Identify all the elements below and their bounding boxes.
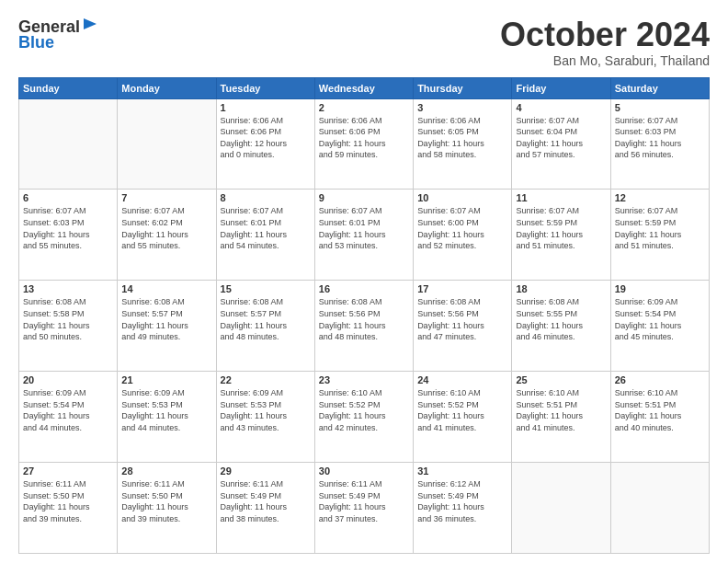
day-number: 31 — [417, 465, 507, 477]
logo: General Blue — [18, 17, 102, 52]
calendar-cell: 12Sunrise: 6:07 AM Sunset: 5:59 PM Dayli… — [610, 190, 709, 281]
day-info: Sunrise: 6:07 AM Sunset: 5:59 PM Dayligh… — [516, 205, 606, 251]
day-number: 18 — [516, 283, 606, 294]
calendar-cell: 6Sunrise: 6:07 AM Sunset: 6:03 PM Daylig… — [19, 190, 118, 281]
calendar-cell — [512, 463, 610, 554]
page: General Blue October 2024 Ban Mo, Sarabu… — [0, 0, 728, 563]
day-info: Sunrise: 6:10 AM Sunset: 5:51 PM Dayligh… — [615, 387, 705, 433]
calendar-week-row: 27Sunrise: 6:11 AM Sunset: 5:50 PM Dayli… — [19, 463, 710, 554]
title-block: October 2024 Ban Mo, Saraburi, Thailand — [500, 17, 710, 68]
day-info: Sunrise: 6:12 AM Sunset: 5:49 PM Dayligh… — [417, 478, 507, 524]
day-number: 12 — [615, 192, 705, 203]
calendar-cell: 21Sunrise: 6:09 AM Sunset: 5:53 PM Dayli… — [118, 372, 216, 463]
day-info: Sunrise: 6:11 AM Sunset: 5:49 PM Dayligh… — [221, 478, 311, 524]
day-info: Sunrise: 6:10 AM Sunset: 5:51 PM Dayligh… — [516, 387, 606, 433]
day-info: Sunrise: 6:09 AM Sunset: 5:54 PM Dayligh… — [615, 296, 705, 342]
day-number: 5 — [615, 102, 705, 113]
calendar-table: SundayMondayTuesdayWednesdayThursdayFrid… — [18, 77, 710, 554]
day-number: 16 — [319, 283, 409, 294]
day-number: 6 — [23, 192, 113, 203]
calendar-cell: 31Sunrise: 6:12 AM Sunset: 5:49 PM Dayli… — [414, 463, 512, 554]
day-number: 15 — [221, 283, 311, 294]
calendar-cell: 30Sunrise: 6:11 AM Sunset: 5:49 PM Dayli… — [314, 463, 413, 554]
calendar-week-row: 1Sunrise: 6:06 AM Sunset: 6:06 PM Daylig… — [19, 98, 710, 190]
day-number: 30 — [319, 465, 409, 477]
calendar-cell: 2Sunrise: 6:06 AM Sunset: 6:06 PM Daylig… — [314, 98, 413, 190]
calendar-cell: 19Sunrise: 6:09 AM Sunset: 5:54 PM Dayli… — [610, 281, 709, 372]
calendar-cell: 7Sunrise: 6:07 AM Sunset: 6:02 PM Daylig… — [118, 190, 216, 281]
day-number: 29 — [221, 465, 311, 477]
day-info: Sunrise: 6:08 AM Sunset: 5:56 PM Dayligh… — [319, 296, 409, 342]
calendar-header-monday: Monday — [118, 77, 216, 98]
logo-blue-text: Blue — [18, 33, 54, 52]
day-info: Sunrise: 6:08 AM Sunset: 5:58 PM Dayligh… — [23, 296, 113, 342]
calendar-cell: 13Sunrise: 6:08 AM Sunset: 5:58 PM Dayli… — [19, 281, 118, 372]
calendar-cell: 28Sunrise: 6:11 AM Sunset: 5:50 PM Dayli… — [118, 463, 216, 554]
day-number: 27 — [23, 465, 113, 477]
day-number: 11 — [516, 192, 606, 203]
day-number: 22 — [221, 374, 311, 385]
day-info: Sunrise: 6:09 AM Sunset: 5:53 PM Dayligh… — [121, 387, 211, 433]
calendar-cell: 23Sunrise: 6:10 AM Sunset: 5:52 PM Dayli… — [314, 372, 413, 463]
location: Ban Mo, Saraburi, Thailand — [500, 53, 710, 68]
calendar-cell: 8Sunrise: 6:07 AM Sunset: 6:01 PM Daylig… — [216, 190, 314, 281]
day-info: Sunrise: 6:07 AM Sunset: 5:59 PM Dayligh… — [615, 205, 705, 251]
calendar-cell: 4Sunrise: 6:07 AM Sunset: 6:04 PM Daylig… — [512, 98, 610, 190]
calendar-header-thursday: Thursday — [414, 77, 512, 98]
day-number: 10 — [417, 192, 507, 203]
day-info: Sunrise: 6:07 AM Sunset: 6:03 PM Dayligh… — [615, 115, 705, 161]
day-number: 2 — [319, 102, 409, 113]
calendar-cell: 16Sunrise: 6:08 AM Sunset: 5:56 PM Dayli… — [314, 281, 413, 372]
calendar-week-row: 13Sunrise: 6:08 AM Sunset: 5:58 PM Dayli… — [19, 281, 710, 372]
calendar-header-tuesday: Tuesday — [216, 77, 314, 98]
day-info: Sunrise: 6:07 AM Sunset: 6:01 PM Dayligh… — [319, 205, 409, 251]
day-number: 20 — [23, 374, 113, 385]
day-number: 13 — [23, 283, 113, 294]
calendar-cell: 14Sunrise: 6:08 AM Sunset: 5:57 PM Dayli… — [118, 281, 216, 372]
day-number: 4 — [516, 102, 606, 113]
calendar-cell: 22Sunrise: 6:09 AM Sunset: 5:53 PM Dayli… — [216, 372, 314, 463]
day-info: Sunrise: 6:06 AM Sunset: 6:05 PM Dayligh… — [417, 115, 507, 161]
day-info: Sunrise: 6:08 AM Sunset: 5:55 PM Dayligh… — [516, 296, 606, 342]
day-info: Sunrise: 6:07 AM Sunset: 6:03 PM Dayligh… — [23, 205, 113, 251]
calendar-cell: 15Sunrise: 6:08 AM Sunset: 5:57 PM Dayli… — [216, 281, 314, 372]
day-number: 26 — [615, 374, 705, 385]
day-number: 9 — [319, 192, 409, 203]
header: General Blue October 2024 Ban Mo, Sarabu… — [18, 17, 710, 68]
day-info: Sunrise: 6:09 AM Sunset: 5:53 PM Dayligh… — [221, 387, 311, 433]
day-number: 8 — [221, 192, 311, 203]
day-number: 24 — [417, 374, 507, 385]
day-info: Sunrise: 6:09 AM Sunset: 5:54 PM Dayligh… — [23, 387, 113, 433]
day-info: Sunrise: 6:10 AM Sunset: 5:52 PM Dayligh… — [319, 387, 409, 433]
calendar-header-wednesday: Wednesday — [314, 77, 413, 98]
calendar-week-row: 6Sunrise: 6:07 AM Sunset: 6:03 PM Daylig… — [19, 190, 710, 281]
day-number: 7 — [121, 192, 211, 203]
calendar-cell: 18Sunrise: 6:08 AM Sunset: 5:55 PM Dayli… — [512, 281, 610, 372]
calendar-cell: 26Sunrise: 6:10 AM Sunset: 5:51 PM Dayli… — [610, 372, 709, 463]
day-number: 21 — [121, 374, 211, 385]
calendar-header-saturday: Saturday — [610, 77, 709, 98]
calendar-cell: 3Sunrise: 6:06 AM Sunset: 6:05 PM Daylig… — [414, 98, 512, 190]
calendar-cell — [610, 463, 709, 554]
day-info: Sunrise: 6:06 AM Sunset: 6:06 PM Dayligh… — [221, 115, 311, 161]
calendar-cell: 20Sunrise: 6:09 AM Sunset: 5:54 PM Dayli… — [19, 372, 118, 463]
calendar-cell: 24Sunrise: 6:10 AM Sunset: 5:52 PM Dayli… — [414, 372, 512, 463]
day-info: Sunrise: 6:07 AM Sunset: 6:04 PM Dayligh… — [516, 115, 606, 161]
day-info: Sunrise: 6:07 AM Sunset: 6:00 PM Dayligh… — [417, 205, 507, 251]
day-info: Sunrise: 6:08 AM Sunset: 5:57 PM Dayligh… — [221, 296, 311, 342]
calendar-cell: 17Sunrise: 6:08 AM Sunset: 5:56 PM Dayli… — [414, 281, 512, 372]
day-number: 14 — [121, 283, 211, 294]
logo-flag-icon — [82, 17, 98, 37]
day-info: Sunrise: 6:06 AM Sunset: 6:06 PM Dayligh… — [319, 115, 409, 161]
calendar-week-row: 20Sunrise: 6:09 AM Sunset: 5:54 PM Dayli… — [19, 372, 710, 463]
calendar-cell: 10Sunrise: 6:07 AM Sunset: 6:00 PM Dayli… — [414, 190, 512, 281]
day-info: Sunrise: 6:11 AM Sunset: 5:50 PM Dayligh… — [121, 478, 211, 524]
svg-marker-0 — [84, 18, 97, 29]
calendar-cell: 29Sunrise: 6:11 AM Sunset: 5:49 PM Dayli… — [216, 463, 314, 554]
calendar-header-friday: Friday — [512, 77, 610, 98]
calendar-cell: 5Sunrise: 6:07 AM Sunset: 6:03 PM Daylig… — [610, 98, 709, 190]
day-number: 28 — [121, 465, 211, 477]
day-info: Sunrise: 6:10 AM Sunset: 5:52 PM Dayligh… — [417, 387, 507, 433]
calendar-cell: 25Sunrise: 6:10 AM Sunset: 5:51 PM Dayli… — [512, 372, 610, 463]
day-number: 3 — [417, 102, 507, 113]
